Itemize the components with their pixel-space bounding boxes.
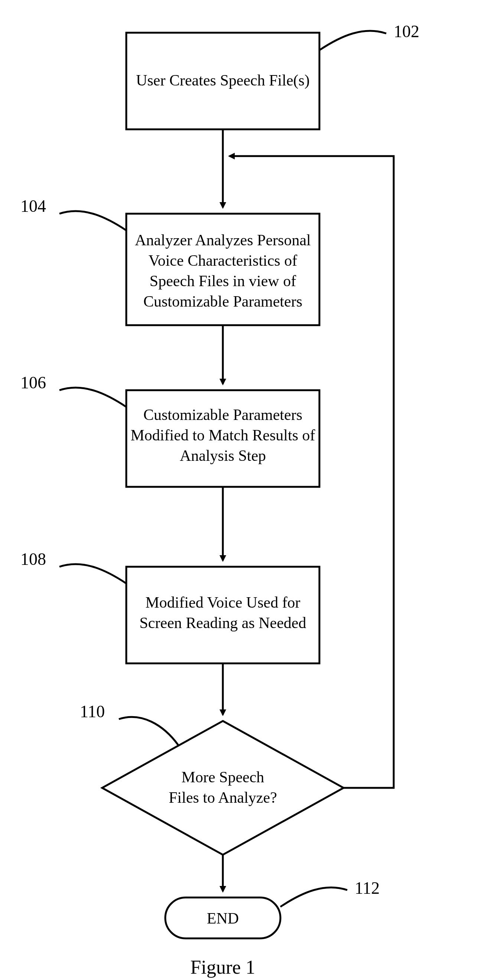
process-box-102-text: User Creates Speech File(s) <box>136 72 310 89</box>
process-box-104-text-l1: Analyzer Analyzes Personal <box>135 232 311 249</box>
label-104-text: 104 <box>21 197 46 216</box>
decision-110-text-l2: Files to Analyze? <box>168 789 277 806</box>
process-box-104-text-l3: Speech Files in view of <box>150 272 296 290</box>
process-box-108-text-l2: Screen Reading as Needed <box>140 614 306 632</box>
process-box-106-text-l3: Analysis Step <box>180 447 266 464</box>
label-108-text: 108 <box>21 550 46 569</box>
figure-caption: Figure 1 <box>191 956 256 978</box>
process-box-102: User Creates Speech File(s) <box>126 33 319 129</box>
label-106-text: 106 <box>21 373 46 392</box>
label-106: 106 <box>21 373 126 407</box>
process-box-106-text-l1: Customizable Parameters <box>143 406 302 423</box>
process-box-108-text-l1: Modified Voice Used for <box>145 594 300 611</box>
terminator-end-text: END <box>207 910 239 927</box>
flowchart-svg: User Creates Speech File(s) 102 Analyzer… <box>0 0 478 980</box>
label-112-text: 112 <box>355 878 380 897</box>
decision-110-text-l1: More Speech <box>182 768 264 786</box>
decision-diamond-110: More Speech Files to Analyze? <box>102 721 343 855</box>
label-102-text: 102 <box>394 22 419 41</box>
label-110-text: 110 <box>80 702 105 721</box>
process-box-104-text-l4: Customizable Parameters <box>143 293 302 310</box>
label-104: 104 <box>21 197 126 231</box>
label-102: 102 <box>319 22 419 50</box>
label-112: 112 <box>280 878 380 907</box>
process-box-106-text-l2: Modified to Match Results of <box>131 426 315 444</box>
process-box-106: Customizable Parameters Modified to Matc… <box>126 390 319 487</box>
process-box-104-text-l2: Voice Characteristics of <box>149 252 297 269</box>
process-box-104: Analyzer Analyzes Personal Voice Charact… <box>126 214 319 325</box>
terminator-end-112: END <box>165 897 280 939</box>
process-box-108: Modified Voice Used for Screen Reading a… <box>126 567 319 663</box>
svg-marker-5 <box>102 721 343 855</box>
label-110: 110 <box>80 702 178 745</box>
label-108: 108 <box>21 550 126 584</box>
